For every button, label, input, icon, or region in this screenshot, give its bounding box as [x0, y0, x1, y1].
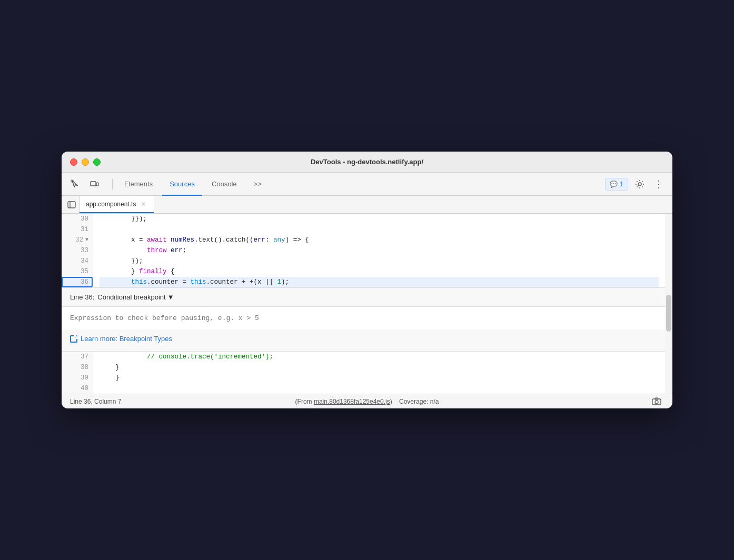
- badge-icon: 💬: [610, 181, 618, 188]
- code-lines-top: }}); x = await numRes.text().catch((err:…: [93, 214, 665, 287]
- bp-type-label: Conditional breakpoint: [97, 293, 165, 301]
- toolbar-icons: [68, 177, 102, 192]
- code-line-37: // console.trace('incremented');: [100, 352, 659, 362]
- svg-rect-4: [68, 202, 75, 208]
- line-numbers-bottom: 37 38 39 40: [62, 352, 93, 394]
- device-icon: [90, 179, 99, 189]
- bp-dropdown-arrow: ▼: [167, 293, 174, 301]
- breakpoint-link-area: Learn more: Breakpoint Types: [62, 329, 665, 351]
- line-num-31: 31: [62, 224, 93, 235]
- main-toolbar: Elements Sources Console >> 💬 1 ⋮: [62, 173, 672, 196]
- vertical-scrollbar[interactable]: [665, 214, 672, 394]
- gear-icon: [635, 179, 644, 189]
- device-toolbar-button[interactable]: [87, 177, 102, 192]
- status-bar: Line 36, Column 7 (From main.80d1368fa12…: [62, 394, 672, 408]
- line-num-40: 40: [62, 383, 93, 394]
- file-tab-close[interactable]: ×: [139, 200, 147, 208]
- source-file-name: main.80d1368fa125e4e0.js: [314, 398, 390, 405]
- line-num-33: 33: [62, 245, 93, 256]
- tab-elements[interactable]: Elements: [117, 173, 160, 196]
- file-tab-app-component[interactable]: app.component.ts ×: [80, 196, 154, 213]
- tab-sources[interactable]: Sources: [162, 173, 202, 196]
- line-num-32: 32▼: [62, 235, 93, 245]
- console-badge-button[interactable]: 💬 1: [605, 178, 628, 191]
- three-dots-icon: ⋮: [654, 178, 664, 190]
- sidebar-icon: [67, 201, 76, 209]
- status-right: [466, 394, 664, 409]
- screenshot-icon: [652, 397, 661, 406]
- code-line-31: [100, 224, 659, 235]
- breakpoint-type-dropdown[interactable]: Conditional breakpoint ▼: [97, 293, 174, 301]
- code-line-34: });: [100, 256, 659, 266]
- bp-line-label: Line 36:: [70, 293, 94, 301]
- breakpoint-popup: Line 36: Conditional breakpoint ▼ Learn …: [62, 287, 665, 352]
- line-num-34: 34: [62, 256, 93, 266]
- code-line-36: this.counter = this.counter + +(x || 1);: [100, 277, 659, 287]
- svg-rect-1: [91, 182, 96, 186]
- title-bar: DevTools - ng-devtools.netlify.app/: [62, 152, 672, 173]
- maximize-button[interactable]: [93, 158, 101, 166]
- breakpoint-input-area: [62, 307, 665, 329]
- sidebar-toggle-button[interactable]: [64, 196, 80, 213]
- breakpoint-header: Line 36: Conditional breakpoint ▼: [62, 288, 665, 307]
- minimize-button[interactable]: [82, 158, 89, 166]
- code-line-38: }: [100, 362, 659, 373]
- line-num-39: 39: [62, 373, 93, 383]
- code-lines-bottom: // console.trace('incremented'); } }: [93, 352, 665, 394]
- badge-count: 1: [620, 181, 623, 188]
- line-num-35: 35: [62, 266, 93, 277]
- code-line-30: }});: [100, 214, 659, 224]
- learn-more-text: Learn more: Breakpoint Types: [81, 335, 172, 343]
- status-position: Line 36, Column 7: [70, 398, 268, 405]
- status-source: (From main.80d1368fa125e4e0.js) Coverage…: [268, 398, 466, 405]
- learn-more-link[interactable]: Learn more: Breakpoint Types: [70, 335, 657, 343]
- code-line-33: throw err;: [100, 245, 659, 256]
- code-line-39: }: [100, 373, 659, 383]
- svg-rect-2: [96, 183, 98, 186]
- line-numbers: 30 31 32▼ 33 34 35 36: [62, 214, 93, 287]
- line-num-30: 30: [62, 214, 93, 224]
- tab-more[interactable]: >>: [246, 173, 269, 196]
- more-options-button[interactable]: ⋮: [651, 177, 666, 192]
- close-button[interactable]: [70, 158, 77, 166]
- inspect-element-button[interactable]: [68, 177, 83, 192]
- settings-button[interactable]: [632, 177, 647, 192]
- code-block-bottom: 37 38 39 40 // console.trace('incremente…: [62, 352, 665, 394]
- toolbar-right: 💬 1 ⋮: [605, 177, 666, 192]
- code-line-32: x = await numRes.text().catch((err: any)…: [100, 235, 659, 245]
- cursor-position: Line 36, Column 7: [70, 398, 121, 405]
- file-tab-bar: app.component.ts ×: [62, 196, 672, 214]
- svg-point-3: [638, 183, 641, 186]
- source-from-text: (From: [295, 398, 314, 405]
- svg-point-7: [655, 401, 658, 404]
- devtools-window: DevTools - ng-devtools.netlify.app/ Elem…: [62, 152, 672, 408]
- source-file-link[interactable]: main.80d1368fa125e4e0.js: [314, 398, 390, 405]
- code-line-35: } finally {: [100, 266, 659, 277]
- divider: [112, 179, 113, 189]
- line-num-38: 38: [62, 362, 93, 373]
- source-end-text: ): [390, 398, 392, 405]
- traffic-lights: [70, 158, 101, 166]
- coverage-text: Coverage: n/a: [399, 398, 439, 405]
- scrollbar-thumb[interactable]: [666, 295, 671, 332]
- code-main: 30 31 32▼ 33 34 35 36 }}); x = await num…: [62, 214, 665, 394]
- tab-console[interactable]: Console: [204, 173, 244, 196]
- breakpoint-expression-input[interactable]: [70, 312, 657, 324]
- file-tab-name: app.component.ts: [86, 201, 136, 208]
- line-num-37: 37: [62, 352, 93, 362]
- cursor-icon: [71, 179, 80, 189]
- screenshot-button[interactable]: [649, 394, 664, 409]
- code-block-top: 30 31 32▼ 33 34 35 36 }}); x = await num…: [62, 214, 665, 287]
- line-num-36: 36: [62, 277, 93, 287]
- window-title: DevTools - ng-devtools.netlify.app/: [311, 158, 423, 166]
- external-link-icon: [70, 335, 77, 343]
- code-section: 30 31 32▼ 33 34 35 36 }}); x = await num…: [62, 214, 672, 394]
- code-line-40: [100, 383, 659, 394]
